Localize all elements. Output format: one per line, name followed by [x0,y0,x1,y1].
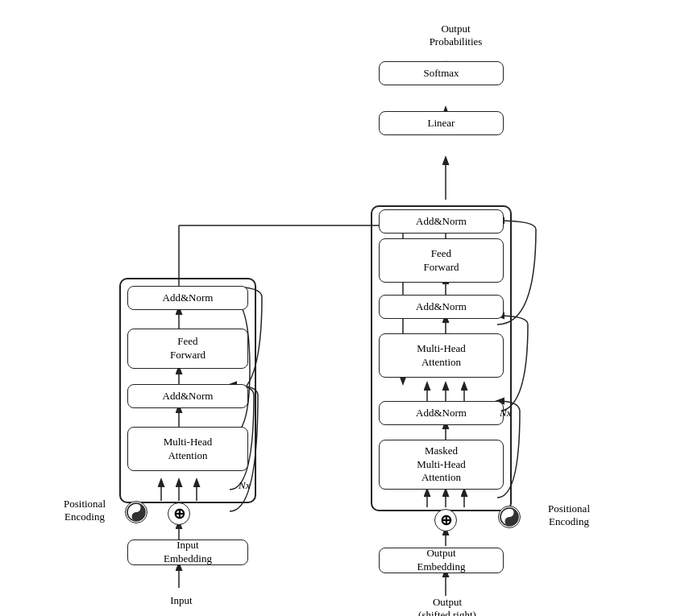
encoder-add-norm-2: Add&Norm [127,286,248,310]
svg-point-30 [508,511,511,515]
decoder-add-norm-3: Add&Norm [379,209,504,234]
encoder-input-label: Input [149,594,214,607]
decoder-positional-encoding-label: PositionalEncoding [529,502,609,528]
decoder-output-embedding: OutputEmbedding [379,548,504,573]
decoder-masked-attention: MaskedMulti-HeadAttention [379,440,504,490]
svg-point-31 [508,520,511,523]
decoder-positional-encoding-symbol [498,506,521,528]
decoder-nx-label: Nx [500,407,511,420]
encoder-input-embedding: InputEmbedding [127,540,248,565]
decoder-feed-forward: FeedForward [379,238,504,283]
decoder-multi-head-attention: Multi-HeadAttention [379,333,504,378]
svg-point-27 [135,506,138,510]
encoder-plus-circle: ⊕ [168,502,190,525]
encoder-feed-forward: FeedForward [127,329,248,369]
decoder-add-norm-2: Add&Norm [379,295,504,319]
svg-point-28 [135,515,138,519]
decoder-linear: Linear [379,111,504,135]
encoder-nx-label: Nx [239,479,250,492]
decoder-add-norm-1: Add&Norm [379,401,504,425]
decoder-softmax: Softmax [379,61,504,85]
decoder-output-label: Output(shifted right) [395,596,500,616]
encoder-positional-encoding-label: PositionalEncoding [48,498,121,523]
encoder-add-norm-1: Add&Norm [127,384,248,408]
encoder-multi-head-attention: Multi-HeadAttention [127,427,248,471]
decoder-output-probabilities: OutputProbabilities [393,23,518,48]
decoder-plus-circle: ⊕ [434,509,457,531]
encoder-positional-encoding-symbol [125,501,147,523]
transformer-diagram: Add&Norm FeedForward Add&Norm Multi-Head… [0,0,685,616]
